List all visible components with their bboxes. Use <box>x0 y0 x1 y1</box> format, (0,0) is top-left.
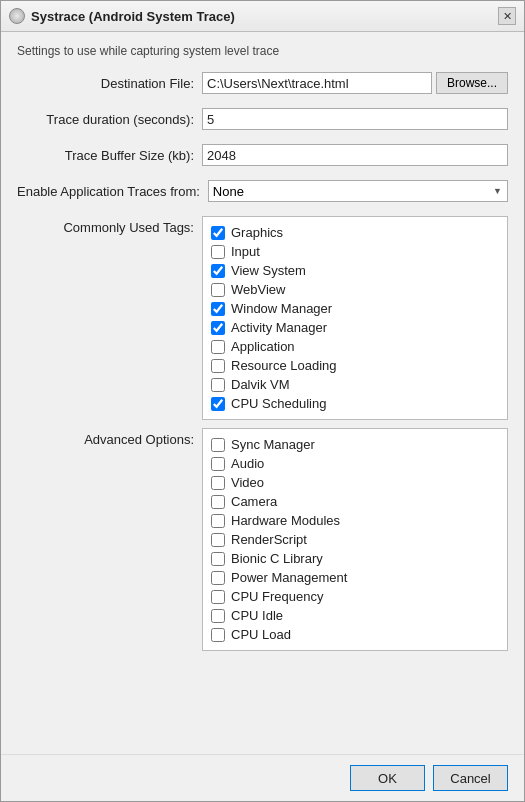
list-item: Window Manager <box>211 299 499 318</box>
checkbox-label[interactable]: Video <box>231 475 264 490</box>
checkbox-label[interactable]: CPU Scheduling <box>231 396 326 411</box>
commonly-used-label: Commonly Used Tags: <box>17 216 202 235</box>
sections-container: Commonly Used Tags: GraphicsInputView Sy… <box>17 216 508 742</box>
commonly-used-section: Commonly Used Tags: GraphicsInputView Sy… <box>17 216 508 420</box>
list-item: Audio <box>211 454 499 473</box>
list-item: CPU Idle <box>211 606 499 625</box>
checkbox-hardware-modules[interactable] <box>211 514 225 528</box>
apptraces-row: Enable Application Traces from: None <box>17 180 508 202</box>
content-area: Settings to use while capturing system l… <box>1 32 524 754</box>
checkbox-application[interactable] <box>211 340 225 354</box>
list-item: Power Management <box>211 568 499 587</box>
buffer-row: Trace Buffer Size (kb): <box>17 144 508 166</box>
list-item: WebView <box>211 280 499 299</box>
list-item: CPU Frequency <box>211 587 499 606</box>
checkbox-label[interactable]: Audio <box>231 456 264 471</box>
checkbox-label[interactable]: Power Management <box>231 570 347 585</box>
subtitle: Settings to use while capturing system l… <box>17 44 508 58</box>
checkbox-view-system[interactable] <box>211 264 225 278</box>
duration-input[interactable] <box>202 108 508 130</box>
checkbox-resource-loading[interactable] <box>211 359 225 373</box>
checkbox-label[interactable]: Application <box>231 339 295 354</box>
checkbox-sync-manager[interactable] <box>211 438 225 452</box>
checkbox-label[interactable]: CPU Idle <box>231 608 283 623</box>
checkbox-camera[interactable] <box>211 495 225 509</box>
checkbox-cpu-idle[interactable] <box>211 609 225 623</box>
checkbox-webview[interactable] <box>211 283 225 297</box>
duration-row: Trace duration (seconds): <box>17 108 508 130</box>
list-item: Activity Manager <box>211 318 499 337</box>
checkbox-cpu-frequency[interactable] <box>211 590 225 604</box>
window-icon <box>9 8 25 24</box>
apptraces-select[interactable]: None <box>208 180 508 202</box>
browse-button[interactable]: Browse... <box>436 72 508 94</box>
buffer-input[interactable] <box>202 144 508 166</box>
checkbox-renderscript[interactable] <box>211 533 225 547</box>
checkbox-label[interactable]: View System <box>231 263 306 278</box>
checkbox-dalvik-vm[interactable] <box>211 378 225 392</box>
checkbox-input[interactable] <box>211 245 225 259</box>
destination-input[interactable] <box>202 72 432 94</box>
list-item: Hardware Modules <box>211 511 499 530</box>
checkbox-label[interactable]: Graphics <box>231 225 283 240</box>
checkbox-label[interactable]: Window Manager <box>231 301 332 316</box>
checkbox-label[interactable]: RenderScript <box>231 532 307 547</box>
checkbox-cpu-scheduling[interactable] <box>211 397 225 411</box>
checkbox-label[interactable]: Activity Manager <box>231 320 327 335</box>
checkbox-video[interactable] <box>211 476 225 490</box>
list-item: Video <box>211 473 499 492</box>
window-title: Systrace (Android System Trace) <box>31 9 235 24</box>
footer: OK Cancel <box>1 754 524 801</box>
checkbox-label[interactable]: Hardware Modules <box>231 513 340 528</box>
checkbox-audio[interactable] <box>211 457 225 471</box>
list-item: CPU Scheduling <box>211 394 499 413</box>
list-item: Input <box>211 242 499 261</box>
close-button[interactable]: ✕ <box>498 7 516 25</box>
checkbox-label[interactable]: CPU Frequency <box>231 589 323 604</box>
list-item: Graphics <box>211 223 499 242</box>
commonly-used-panel: GraphicsInputView SystemWebViewWindow Ma… <box>202 216 508 420</box>
ok-button[interactable]: OK <box>350 765 425 791</box>
apptraces-label: Enable Application Traces from: <box>17 184 208 199</box>
title-bar: Systrace (Android System Trace) ✕ <box>1 1 524 32</box>
list-item: Camera <box>211 492 499 511</box>
list-item: View System <box>211 261 499 280</box>
checkbox-graphics[interactable] <box>211 226 225 240</box>
checkbox-bionic-c-library[interactable] <box>211 552 225 566</box>
checkbox-window-manager[interactable] <box>211 302 225 316</box>
list-item: Dalvik VM <box>211 375 499 394</box>
checkbox-cpu-load[interactable] <box>211 628 225 642</box>
checkbox-label[interactable]: Input <box>231 244 260 259</box>
checkbox-label[interactable]: Dalvik VM <box>231 377 290 392</box>
checkbox-label[interactable]: WebView <box>231 282 285 297</box>
cancel-button[interactable]: Cancel <box>433 765 508 791</box>
advanced-section: Advanced Options: Sync ManagerAudioVideo… <box>17 428 508 651</box>
checkbox-activity-manager[interactable] <box>211 321 225 335</box>
main-window: Systrace (Android System Trace) ✕ Settin… <box>0 0 525 802</box>
checkbox-label[interactable]: CPU Load <box>231 627 291 642</box>
destination-row: Destination File: Browse... <box>17 72 508 94</box>
buffer-label: Trace Buffer Size (kb): <box>17 148 202 163</box>
checkbox-label[interactable]: Resource Loading <box>231 358 337 373</box>
checkbox-label[interactable]: Bionic C Library <box>231 551 323 566</box>
list-item: Bionic C Library <box>211 549 499 568</box>
list-item: Sync Manager <box>211 435 499 454</box>
advanced-panel: Sync ManagerAudioVideoCameraHardware Mod… <box>202 428 508 651</box>
list-item: Resource Loading <box>211 356 499 375</box>
list-item: RenderScript <box>211 530 499 549</box>
title-bar-left: Systrace (Android System Trace) <box>9 8 235 24</box>
apptraces-select-wrapper: None <box>208 180 508 202</box>
advanced-label: Advanced Options: <box>17 428 202 447</box>
checkbox-label[interactable]: Sync Manager <box>231 437 315 452</box>
checkbox-power-management[interactable] <box>211 571 225 585</box>
destination-label: Destination File: <box>17 76 202 91</box>
list-item: CPU Load <box>211 625 499 644</box>
list-item: Application <box>211 337 499 356</box>
duration-label: Trace duration (seconds): <box>17 112 202 127</box>
checkbox-label[interactable]: Camera <box>231 494 277 509</box>
